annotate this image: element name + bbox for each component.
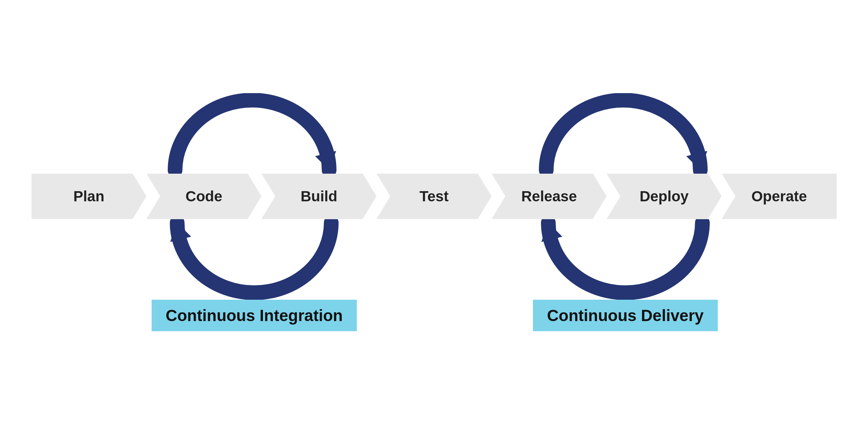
cd-bottom-group: Continuous Delivery bbox=[527, 219, 723, 331]
cd-label-text: Continuous Delivery bbox=[547, 306, 703, 325]
pipeline-item-deploy: Deploy bbox=[606, 174, 722, 219]
arrow-plan: Plan bbox=[32, 174, 147, 219]
ci-bottom-group: Continuous Integration bbox=[152, 219, 357, 331]
pipeline-item-test: Test bbox=[376, 174, 492, 219]
cd-top-arc bbox=[525, 93, 721, 174]
arrow-test: Test bbox=[376, 174, 492, 219]
label-code: Code bbox=[186, 188, 222, 205]
label-release: Release bbox=[521, 188, 577, 205]
label-operate: Operate bbox=[751, 188, 807, 205]
label-build: Build bbox=[300, 188, 337, 205]
ci-top-arc-group bbox=[154, 93, 350, 174]
arrow-deploy: Deploy bbox=[606, 174, 722, 219]
arrow-operate: Operate bbox=[722, 174, 837, 219]
pipeline-item-build: Build bbox=[262, 174, 377, 219]
label-deploy: Deploy bbox=[640, 188, 689, 205]
label-test: Test bbox=[419, 188, 449, 205]
ci-label-text: Continuous Integration bbox=[166, 306, 343, 325]
cd-top-arc-group bbox=[525, 93, 721, 174]
pipeline-item-code: Code bbox=[146, 174, 262, 219]
pipeline-item-release: Release bbox=[492, 174, 607, 219]
pipeline-item-operate: Operate bbox=[722, 174, 837, 219]
cd-label-box: Continuous Delivery bbox=[533, 300, 717, 331]
bottom-arcs-row: Continuous Integration Continuous Delive… bbox=[32, 219, 837, 331]
ci-bottom-arc bbox=[156, 219, 352, 300]
top-arcs-row bbox=[32, 93, 837, 174]
ci-top-arc bbox=[154, 93, 350, 174]
pipeline-row: Plan Code Build Test Release Deploy bbox=[32, 174, 837, 219]
arrow-build: Build bbox=[262, 174, 377, 219]
diagram-container: Plan Code Build Test Release Deploy bbox=[32, 93, 837, 331]
label-plan: Plan bbox=[73, 188, 104, 205]
arrow-code: Code bbox=[146, 174, 262, 219]
arrow-release: Release bbox=[492, 174, 607, 219]
ci-label-box: Continuous Integration bbox=[152, 300, 357, 331]
pipeline-item-plan: Plan bbox=[32, 174, 147, 219]
cd-bottom-arc bbox=[527, 219, 723, 300]
